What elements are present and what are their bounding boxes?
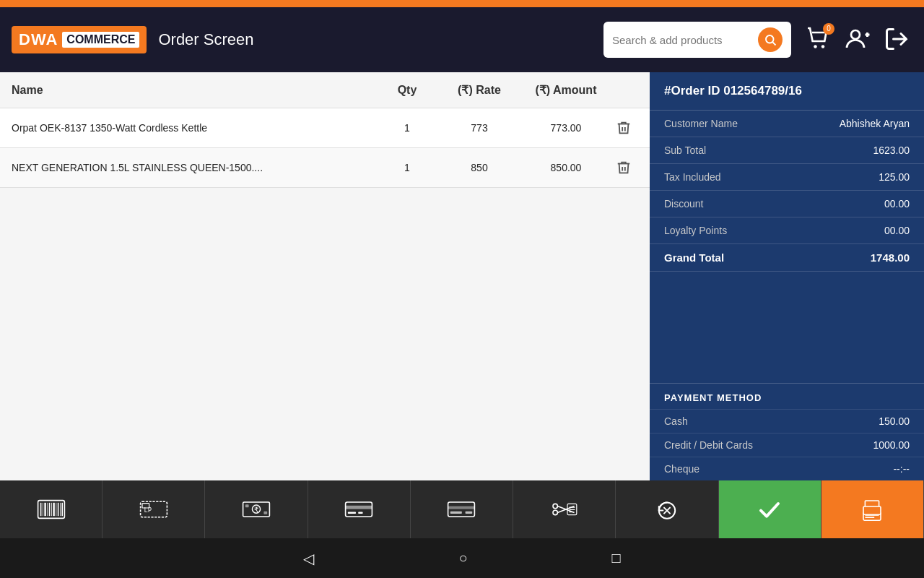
product-table: Name Qty (₹) Rate (₹) Amount Orpat OEK-8…	[0, 72, 650, 480]
svg-point-0	[766, 35, 774, 43]
svg-text:LP: LP	[144, 506, 152, 514]
svg-rect-34	[466, 512, 473, 514]
grand-total-label: Grand Total	[664, 251, 724, 264]
col-header-name: Name	[12, 84, 378, 97]
credit-card-button[interactable]	[308, 480, 411, 538]
discount-value: 00.00	[884, 198, 910, 210]
table-header: Name Qty (₹) Rate (₹) Amount	[0, 72, 650, 108]
payment-method-label: Credit / Debit Cards	[664, 439, 753, 451]
search-button[interactable]	[758, 27, 783, 52]
svg-rect-49	[866, 517, 875, 518]
trash-icon	[616, 120, 632, 136]
debit-card-button[interactable]	[411, 480, 513, 538]
trash-icon	[616, 160, 632, 176]
row-amount: 850.00	[523, 162, 609, 173]
recent-button[interactable]: □	[612, 550, 621, 566]
coupon-button[interactable]	[513, 480, 616, 538]
main-content: Name Qty (₹) Rate (₹) Amount Orpat OEK-8…	[0, 72, 924, 480]
cart-button[interactable]: 0	[803, 23, 834, 57]
add-user-icon	[845, 26, 871, 52]
svg-rect-9	[43, 503, 43, 516]
header-icons: 0	[803, 23, 912, 57]
print-icon	[858, 495, 886, 524]
svg-rect-31	[448, 502, 475, 517]
col-header-rate: (₹) Rate	[436, 83, 523, 97]
logout-icon	[884, 26, 910, 52]
subtotal-value: 1623.00	[873, 144, 910, 156]
svg-rect-11	[47, 503, 48, 516]
payment-section: PAYMENT METHOD Cash 150.00 Credit / Debi…	[650, 383, 924, 480]
svg-rect-18	[61, 503, 63, 516]
row-name: NEXT GENERATION 1.5L STAINLESS QUEEN-150…	[12, 162, 378, 173]
barcode-icon	[37, 495, 66, 524]
payment-row: Cheque --:--	[650, 457, 924, 480]
cash-button[interactable]: ₹	[205, 480, 308, 538]
order-details: Customer Name Abhishek Aryan Sub Total 1…	[650, 111, 924, 383]
delete-row-button[interactable]	[609, 120, 638, 136]
row-name: Orpat OEK-8137 1350-Watt Cordless Kettle	[12, 122, 378, 134]
payment-title: PAYMENT METHOD	[650, 384, 924, 409]
loyalty-icon: LP	[139, 495, 168, 524]
payment-method-value: --:--	[893, 463, 910, 475]
barcode-button[interactable]	[0, 480, 103, 538]
table-row: Orpat OEK-8137 1350-Watt Cordless Kettle…	[0, 108, 650, 148]
row-rate: 850	[436, 162, 523, 173]
customer-row: Customer Name Abhishek Aryan	[650, 111, 924, 137]
row-amount: 773.00	[523, 122, 609, 134]
debit-card-icon	[447, 495, 476, 524]
loyalty-button[interactable]: LP	[103, 480, 205, 538]
svg-rect-26	[263, 512, 267, 514]
svg-rect-28	[346, 506, 372, 509]
svg-point-36	[553, 510, 557, 514]
svg-rect-17	[60, 503, 61, 516]
bottom-toolbar: LP ₹	[0, 480, 924, 538]
payment-row: Credit / Debit Cards 1000.00	[650, 433, 924, 457]
cancel-order-button[interactable]	[616, 480, 718, 538]
discount-label: Discount	[664, 198, 703, 210]
logo-dwa: DWA	[19, 30, 58, 49]
subtotal-label: Sub Total	[664, 144, 706, 156]
logout-button[interactable]	[881, 23, 912, 57]
logo: DWA COMMERCE	[12, 26, 147, 53]
svg-rect-14	[53, 503, 54, 516]
loyalty-row: Loyalty Points 00.00	[650, 217, 924, 244]
confirm-button[interactable]	[719, 480, 821, 538]
search-box[interactable]	[603, 22, 791, 58]
logo-commerce: COMMERCE	[62, 32, 139, 48]
customer-label: Customer Name	[664, 118, 738, 129]
search-input[interactable]	[612, 34, 752, 46]
svg-rect-15	[56, 503, 56, 516]
print-button[interactable]	[821, 480, 924, 538]
tax-label: Tax Included	[664, 171, 721, 183]
grand-total-row: Grand Total 1748.00	[650, 244, 924, 272]
home-button[interactable]: ○	[458, 550, 467, 566]
svg-rect-33	[450, 512, 462, 514]
search-icon	[764, 33, 777, 46]
header: DWA COMMERCE Order Screen 0	[0, 7, 924, 72]
add-user-button[interactable]	[842, 23, 873, 57]
order-id-section: #Order ID 012564789/16	[650, 72, 924, 111]
svg-rect-30	[358, 512, 362, 514]
payment-method-label: Cash	[664, 415, 688, 427]
android-nav: ◁ ○ □	[0, 538, 924, 578]
discount-row: Discount 00.00	[650, 191, 924, 217]
svg-rect-12	[48, 503, 50, 516]
payment-method-value: 150.00	[879, 415, 910, 427]
delete-row-button[interactable]	[609, 160, 638, 176]
cancel-icon	[653, 495, 681, 524]
payment-method-value: 1000.00	[873, 439, 910, 451]
col-header-amount: (₹) Amount	[523, 83, 609, 97]
subtotal-row: Sub Total 1623.00	[650, 137, 924, 164]
tax-row: Tax Included 125.00	[650, 164, 924, 191]
svg-line-1	[772, 42, 775, 45]
coupon-icon	[550, 495, 579, 524]
credit-card-icon	[344, 495, 373, 524]
confirm-icon	[755, 495, 784, 524]
back-button[interactable]: ◁	[303, 550, 314, 567]
cash-icon: ₹	[242, 495, 271, 524]
svg-point-2	[814, 45, 817, 48]
cart-badge: 0	[823, 23, 834, 35]
svg-rect-8	[40, 503, 41, 516]
payment-row: Cash 150.00	[650, 409, 924, 433]
svg-rect-10	[44, 503, 45, 516]
